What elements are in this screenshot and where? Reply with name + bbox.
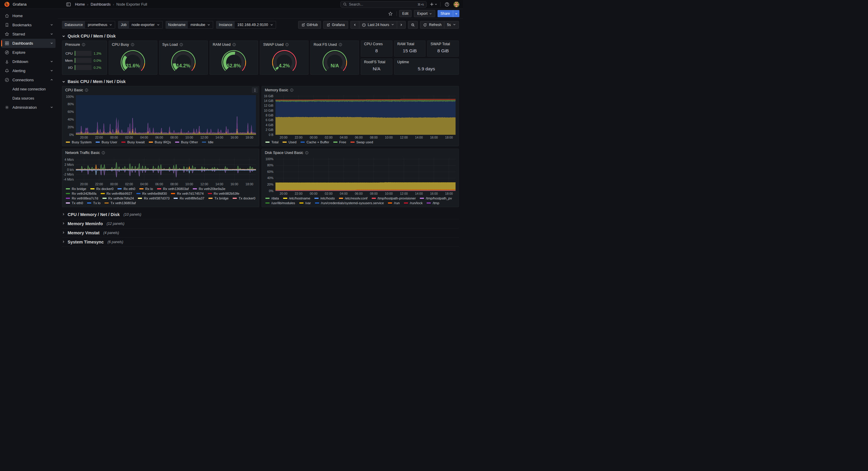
legend-item[interactable]: Rx veth6e8fdf30 [136, 192, 167, 195]
time-range-picker[interactable]: Last 24 hours [359, 21, 397, 28]
legend-item[interactable]: Busy Iowait [121, 140, 145, 144]
legend-item[interactable]: Busy IRQs [149, 140, 171, 144]
legend-item[interactable]: Free [333, 140, 346, 144]
legend-item[interactable]: Rx lo [140, 187, 153, 190]
collapsed-row-memory-vmstat[interactable]: Memory Vmstat(4 panels) [62, 228, 459, 238]
chart-plot[interactable]: 0 B2 GiB4 GiB6 GiB8 GiB10 GiB12 GiB14 Gi… [262, 94, 459, 140]
export-button[interactable]: Export [414, 10, 435, 17]
info-icon[interactable] [180, 43, 183, 47]
chart-plot[interactable]: 0%20%40%60%80%100%20:0022:0000:0002:0004… [62, 94, 259, 140]
legend-item[interactable]: Cache + Buffer [301, 140, 329, 144]
legend-item[interactable]: Rx veth136803af [157, 187, 189, 190]
help-icon[interactable] [443, 1, 451, 8]
breadcrumb-home[interactable]: Home [75, 2, 85, 6]
sidebar-item-drilldown[interactable]: Drilldown [1, 57, 56, 66]
info-icon[interactable] [339, 43, 342, 47]
legend-item[interactable]: Rx vethf387d373 [138, 197, 169, 200]
legend-item[interactable]: /run [388, 201, 400, 205]
chart-area[interactable]: 0%20%40%60%80%100%20:0022:0000:0002:0004… [262, 156, 459, 196]
legend-item[interactable]: Rx docker0 [90, 187, 113, 190]
legend-item[interactable]: Total [266, 140, 278, 144]
edit-button[interactable]: Edit [399, 10, 412, 17]
grafana-logo[interactable] [4, 1, 10, 7]
chart-plot[interactable]: -4 Mb/s-2 Mb/s0 b/s2 Mb/s4 Mb/s20:0022:0… [62, 156, 259, 187]
collapsed-row-memory-meminfo[interactable]: Memory Meminfo(12 panels) [62, 219, 459, 228]
panel-menu-icon[interactable] [252, 87, 258, 93]
legend-item[interactable]: Rx bridge [66, 187, 86, 190]
legend-item[interactable]: Tx veth136803af [104, 201, 136, 205]
legend-item[interactable]: /tmp/hostpath-provisioner [372, 197, 416, 200]
row-header-basic[interactable]: Basic CPU / Mem / Net / Disk [62, 77, 459, 86]
legend-item[interactable]: Rx veth7d174574 [171, 192, 204, 195]
chart-area[interactable]: -4 Mb/s-2 Mb/s0 b/s2 Mb/s4 Mb/s20:0022:0… [62, 156, 259, 187]
legend-item[interactable]: Rx vethde7bfa24 [102, 197, 134, 200]
variable-value[interactable]: prometheus [85, 21, 115, 28]
sidebar-item-starred[interactable]: Starred [1, 30, 56, 39]
favorite-star-icon[interactable] [387, 10, 394, 17]
legend-item[interactable]: /tmp [427, 201, 439, 205]
share-button[interactable]: Share [438, 10, 453, 17]
legend-item[interactable]: /run/credentials/systemd-sysusers.servic… [315, 201, 384, 205]
legend-item[interactable]: Rx vethf8fe5a37 [174, 197, 204, 200]
variable-nodename[interactable]: Nodenameminikube [166, 21, 213, 29]
legend-item[interactable]: Rx veth342fb6fa [66, 192, 97, 195]
sidebar-item-connections[interactable]: Connections [1, 75, 56, 85]
legend-item[interactable]: Idle [202, 140, 213, 144]
user-avatar[interactable] [454, 1, 459, 7]
chart-plot[interactable]: 0%20%40%60%80%100%20:0022:0000:0002:0004… [262, 156, 459, 196]
legend-item[interactable]: Rx veth4fbb9927 [101, 192, 132, 195]
sidebar-item-explore[interactable]: Explore [1, 48, 56, 57]
legend-item[interactable]: Rx veth982b53fe [208, 192, 240, 195]
legend-item[interactable]: /etc/resolv.conf [339, 197, 368, 200]
legend-item[interactable]: /data [266, 197, 279, 200]
legend-item[interactable]: /usr/lib/modules [266, 201, 295, 205]
time-shift-forward-icon[interactable] [397, 21, 405, 28]
collapsed-row-system-timesync[interactable]: System Timesync(6 panels) [62, 238, 459, 247]
sidebar-item-dashboards[interactable]: Dashboards [1, 39, 56, 48]
legend-item[interactable]: Tx lo [87, 201, 100, 205]
legend-item[interactable]: /etc/hostname [283, 197, 310, 200]
sidebar-item-add-new-connection[interactable]: Add new connection [1, 85, 56, 94]
refresh-interval-picker[interactable]: 5s [444, 21, 459, 28]
info-icon[interactable] [101, 151, 105, 154]
variable-datasource[interactable]: Datasourceprometheus [62, 21, 115, 29]
time-shift-back-icon[interactable] [351, 21, 359, 28]
info-icon[interactable] [82, 43, 85, 47]
info-icon[interactable] [285, 43, 289, 47]
legend-item[interactable]: Busy System [66, 140, 92, 144]
zoom-out-icon[interactable] [408, 21, 417, 28]
breadcrumb-dashboards[interactable]: Dashboards [91, 2, 111, 6]
legend-item[interactable]: /tmp/hostpath_pv [420, 197, 452, 200]
variable-value[interactable]: node-exporter [129, 21, 162, 28]
legend-item[interactable]: Rx veth98ea7c7d [66, 197, 98, 200]
refresh-button[interactable]: Refresh [421, 21, 444, 28]
legend-item[interactable]: /var [299, 201, 311, 205]
legend-item[interactable]: Busy User [96, 140, 117, 144]
legend-item[interactable]: /run/lock [404, 201, 423, 205]
link-button-grafana[interactable]: Grafana [323, 21, 348, 29]
collapsed-row-cpu-memory-net-disk[interactable]: CPU / Memory / Net / Disk(10 panels) [62, 210, 459, 219]
legend-item[interactable]: Swap used [350, 140, 373, 144]
legend-item[interactable]: Tx bridge [209, 197, 228, 200]
new-menu-button[interactable] [430, 2, 437, 6]
chart-area[interactable]: 0 B2 GiB4 GiB6 GiB8 GiB10 GiB12 GiB14 Gi… [262, 94, 459, 140]
variable-instance[interactable]: Instance192.168.49.2:9100 [216, 21, 276, 29]
info-icon[interactable] [305, 151, 309, 154]
legend-item[interactable]: Rx eth0 [118, 187, 135, 190]
variable-value[interactable]: 192.168.49.2:9100 [235, 21, 276, 28]
legend-item[interactable]: /etc/hosts [314, 197, 335, 200]
share-menu-caret[interactable] [453, 10, 459, 17]
info-icon[interactable] [85, 88, 88, 92]
sidebar-toggle-icon[interactable] [65, 1, 72, 8]
sidebar-item-bookmarks[interactable]: Bookmarks [1, 20, 56, 30]
sidebar-item-alerting[interactable]: Alerting [1, 66, 56, 75]
sidebar-item-administration[interactable]: Administration [1, 103, 56, 112]
info-icon[interactable] [232, 43, 236, 47]
legend-item[interactable]: Tx docker0 [232, 197, 255, 200]
info-icon[interactable] [131, 43, 134, 47]
chart-area[interactable]: 0%20%40%60%80%100%20:0022:0000:0002:0004… [62, 94, 259, 140]
row-header-quick[interactable]: Quick CPU / Mem / Disk [62, 32, 459, 40]
legend-item[interactable]: Used [283, 140, 297, 144]
sidebar-item-data-sources[interactable]: Data sources [1, 94, 56, 103]
link-button-github[interactable]: GitHub [298, 21, 321, 29]
